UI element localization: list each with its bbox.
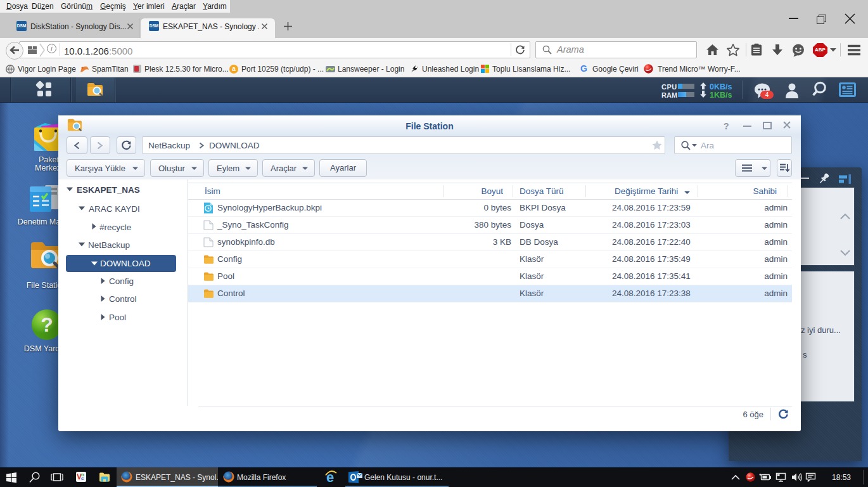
svg-text:?: ? [41,313,53,336]
